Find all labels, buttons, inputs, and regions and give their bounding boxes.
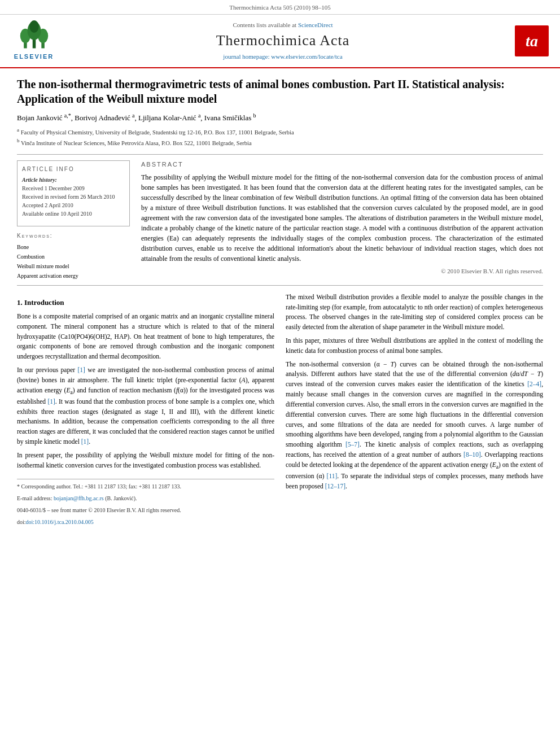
journal-title: Thermochimica Acta: [56, 30, 509, 51]
copyright-line: © 2010 Elsevier B.V. All rights reserved…: [141, 267, 543, 276]
article-history: Article history: Received 1 December 200…: [22, 176, 125, 218]
article-info-col: ARTICLE INFO Article history: Received 1…: [17, 160, 130, 281]
journal-homepage: journal homepage: www.elsevier.com/locat…: [56, 53, 509, 61]
revised-date: Received in revised form 26 March 2010: [22, 193, 125, 201]
keywords-label: Keywords:: [17, 232, 130, 240]
keyword-3: Weibull mixture model: [17, 261, 130, 271]
body-left-col: 1. Introduction Bone is a composite mate…: [17, 292, 274, 530]
footnote-email: E-mail address: bojanjan@ffh.bg.ac.rs (B…: [17, 494, 274, 503]
sciencedirect-link[interactable]: ScienceDirect: [298, 21, 333, 28]
divider-2: [17, 285, 543, 286]
journal-header: ELSEVIER Contents lists available at Sci…: [0, 15, 560, 68]
received-date: Received 1 December 2009: [22, 184, 125, 193]
ta-logo-box: ta: [515, 25, 549, 56]
keywords-section: Keywords: Bone Combustion Weibull mixtur…: [17, 232, 130, 281]
ref-1-link[interactable]: [1]: [78, 366, 85, 373]
top-bar: Thermochimica Acta 505 (2010) 98–105: [0, 0, 560, 15]
affiliations: a Faculty of Physical Chemistry, Univers…: [17, 126, 543, 147]
keyword-4: Apparent activation energy: [17, 271, 130, 281]
main-content: The non-isothermal thermogravimetric tes…: [0, 68, 560, 539]
affiliation-a: a Faculty of Physical Chemistry, Univers…: [17, 126, 543, 137]
elsevier-wordmark: ELSEVIER: [14, 53, 54, 61]
ta-logo: ta: [509, 25, 549, 56]
authors: Bojan Janković a,*, Borivoj Adnađević a,…: [17, 112, 543, 124]
article-title: The non-isothermal thermogravimetric tes…: [17, 77, 543, 106]
intro-p2: In our previous paper [1] we are investi…: [17, 365, 274, 447]
right-p3: The non-isothermal conversion (α − T) cu…: [286, 360, 543, 492]
email-link[interactable]: bojanjan@ffh.bg.ac.rs: [54, 495, 104, 501]
doi-line: doi:doi:10.1016/j.tca.2010.04.005: [17, 518, 274, 526]
ref-11-link[interactable]: [11]: [327, 473, 338, 479]
ref-1b-link[interactable]: [1]: [47, 398, 55, 405]
elsevier-logo: ELSEVIER: [11, 20, 56, 61]
svg-point-6: [29, 20, 39, 33]
right-p1: The mixed Weibull distribution provides …: [286, 292, 543, 333]
ref-8-10-link[interactable]: [8–10]: [463, 451, 481, 458]
issn-line: 0040-6031/$ – see front matter © 2010 El…: [17, 506, 274, 514]
divider-1: [17, 154, 543, 155]
ref-1c-link[interactable]: [1]: [81, 438, 89, 445]
history-label: Article history:: [22, 176, 125, 184]
contents-line: Contents lists available at ScienceDirec…: [56, 21, 509, 29]
body-area: 1. Introduction Bone is a composite mate…: [17, 292, 543, 530]
journal-center-block: Contents lists available at ScienceDirec…: [56, 21, 509, 62]
footnote-area: * Corresponding author. Tel.: +381 11 21…: [17, 479, 274, 526]
intro-p1: Bone is a composite material comprised o…: [17, 312, 274, 362]
ref-2-4-link[interactable]: [2–4]: [527, 381, 541, 387]
right-p2: In this paper, mixtures of three Weibull…: [286, 336, 543, 356]
available-date: Available online 10 April 2010: [22, 209, 125, 218]
intro-p3: In present paper, the possibility of app…: [17, 451, 274, 471]
doi-link[interactable]: doi:10.1016/j.tca.2010.04.005: [26, 519, 94, 525]
ref-12-17-link[interactable]: [12–17]: [325, 483, 345, 490]
ref-5-7-link[interactable]: [5–7]: [345, 441, 360, 448]
keyword-1: Bone: [17, 242, 130, 252]
affiliation-b: b Vinča Institute of Nuclear Sciences, M…: [17, 137, 543, 147]
article-info-box: ARTICLE INFO Article history: Received 1…: [17, 160, 130, 226]
abstract-col: ABSTRACT The possibility of applying the…: [141, 160, 543, 281]
journal-citation: Thermochimica Acta 505 (2010) 98–105: [229, 4, 331, 11]
body-right-col: The mixed Weibull distribution provides …: [286, 292, 543, 530]
keyword-2: Combustion: [17, 252, 130, 261]
abstract-text: The possibility of applying the Weibull …: [141, 172, 543, 264]
accepted-date: Accepted 2 April 2010: [22, 201, 125, 209]
article-info-label: ARTICLE INFO: [22, 165, 125, 173]
article-info-abstract-row: ARTICLE INFO Article history: Received 1…: [17, 160, 543, 281]
intro-heading: 1. Introduction: [17, 297, 274, 308]
footnote-corresponding: * Corresponding author. Tel.: +381 11 21…: [17, 482, 274, 491]
abstract-label: ABSTRACT: [141, 160, 543, 169]
